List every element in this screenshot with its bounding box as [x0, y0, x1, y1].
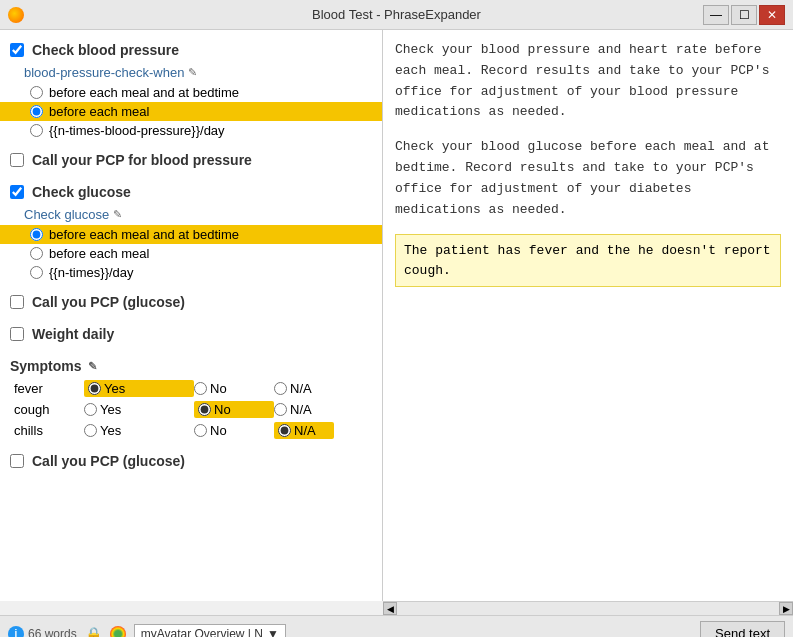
- call-pcp-bp-item[interactable]: Call your PCP for blood pressure: [0, 148, 382, 172]
- cough-na-option[interactable]: N/A: [274, 402, 334, 417]
- minimize-button[interactable]: —: [703, 5, 729, 25]
- glucose-edit-icon[interactable]: ✎: [113, 208, 122, 221]
- bp-sublabel: blood-pressure-check-when ✎: [0, 62, 382, 83]
- call-pcp-glucose2-label: Call you PCP (glucose): [32, 453, 185, 469]
- fever-no-option[interactable]: No: [194, 381, 274, 396]
- word-count-text: 66 words: [28, 627, 77, 638]
- glucose-radio-meal-label: before each meal: [49, 246, 149, 261]
- right-panel: Check your blood pressure and heart rate…: [383, 30, 793, 601]
- check-glucose-label: Check glucose: [32, 184, 131, 200]
- call-pcp-glucose2-item[interactable]: Call you PCP (glucose): [0, 449, 382, 473]
- horizontal-scrollbar[interactable]: ◀ ▶: [383, 601, 793, 615]
- left-panel: Check blood pressure blood-pressure-chec…: [0, 30, 383, 601]
- glucose-radio-ntimes[interactable]: {{n-times}}/day: [0, 263, 382, 282]
- right-text-paragraph2: Check your blood glucose before each mea…: [395, 137, 781, 220]
- highlight-text: The patient has fever and the he doesn't…: [404, 243, 771, 278]
- scroll-track: [397, 602, 779, 615]
- symptoms-row-cough: cough Yes No N/A: [0, 399, 382, 420]
- right-text-paragraph1: Check your blood pressure and heart rate…: [395, 40, 781, 123]
- symptoms-chills-label: chills: [14, 423, 84, 438]
- glucose-radio-bedtime-label: before each meal and at bedtime: [49, 227, 239, 242]
- context-dropdown-icon[interactable]: ▼: [267, 627, 279, 638]
- maximize-button[interactable]: ☐: [731, 5, 757, 25]
- cough-yes-option[interactable]: Yes: [84, 402, 194, 417]
- weight-daily-item[interactable]: Weight daily: [0, 322, 382, 346]
- cough-no-option[interactable]: No: [194, 401, 274, 418]
- bp-radio-bedtime-label: before each meal and at bedtime: [49, 85, 239, 100]
- chills-no-option[interactable]: No: [194, 423, 274, 438]
- symptoms-label: Symptoms: [10, 358, 82, 374]
- check-blood-pressure-label: Check blood pressure: [32, 42, 179, 58]
- glucose-radio-ntimes-label: {{n-times}}/day: [49, 265, 134, 280]
- check-glucose-item[interactable]: Check glucose: [0, 180, 382, 204]
- call-pcp-bp-checkbox[interactable]: [10, 153, 24, 167]
- glucose-radio-bedtime[interactable]: before each meal and at bedtime: [0, 225, 382, 244]
- bottom-bar: i 66 words 🔒 myAvatar Overview | N ▼ Sen…: [0, 615, 793, 637]
- call-pcp-glucose2-checkbox[interactable]: [10, 454, 24, 468]
- highlight-box: The patient has fever and the he doesn't…: [395, 234, 781, 287]
- title-bar: Blood Test - PhraseExpander — ☐ ✕: [0, 0, 793, 30]
- main-layout: Check blood pressure blood-pressure-chec…: [0, 30, 793, 601]
- fever-yes-option[interactable]: Yes: [84, 380, 194, 397]
- weight-daily-checkbox[interactable]: [10, 327, 24, 341]
- browser-icon: [110, 626, 126, 638]
- glucose-sublabel: Check glucose ✎: [0, 204, 382, 225]
- symptoms-cough-label: cough: [14, 402, 84, 417]
- app-icon: [8, 7, 24, 23]
- call-pcp-glucose-item[interactable]: Call you PCP (glucose): [0, 290, 382, 314]
- weight-daily-label: Weight daily: [32, 326, 114, 342]
- symptoms-row-fever: fever Yes No N/A: [0, 378, 382, 399]
- bp-radio-meal-label: before each meal: [49, 104, 149, 119]
- call-pcp-bp-label: Call your PCP for blood pressure: [32, 152, 252, 168]
- bp-radio-ntimes-label: {{n-times-blood-pressure}}/day: [49, 123, 225, 138]
- window-controls: — ☐ ✕: [703, 5, 785, 25]
- symptoms-edit-icon[interactable]: ✎: [88, 360, 97, 373]
- call-pcp-glucose-checkbox[interactable]: [10, 295, 24, 309]
- scroll-right-btn[interactable]: ▶: [779, 602, 793, 615]
- window-title: Blood Test - PhraseExpander: [0, 7, 793, 22]
- call-pcp-glucose-label: Call you PCP (glucose): [32, 294, 185, 310]
- scroll-left-btn[interactable]: ◀: [383, 602, 397, 615]
- close-button[interactable]: ✕: [759, 5, 785, 25]
- symptoms-section-label: Symptoms ✎: [0, 354, 382, 378]
- check-blood-pressure-checkbox[interactable]: [10, 43, 24, 57]
- glucose-sublabel-text: Check glucose: [24, 207, 109, 222]
- bp-radio-meal[interactable]: before each meal: [0, 102, 382, 121]
- symptoms-fever-label: fever: [14, 381, 84, 396]
- info-icon: i: [8, 626, 24, 638]
- check-glucose-checkbox[interactable]: [10, 185, 24, 199]
- right-text-content: Check your blood pressure and heart rate…: [395, 40, 781, 220]
- send-text-button[interactable]: Send text: [700, 621, 785, 637]
- glucose-radio-meal[interactable]: before each meal: [0, 244, 382, 263]
- check-blood-pressure-item[interactable]: Check blood pressure: [0, 38, 382, 62]
- bp-radio-bedtime[interactable]: before each meal and at bedtime: [0, 83, 382, 102]
- lock-icon: 🔒: [85, 626, 102, 638]
- fever-na-option[interactable]: N/A: [274, 381, 334, 396]
- word-count: i 66 words: [8, 626, 77, 638]
- bp-radio-ntimes[interactable]: {{n-times-blood-pressure}}/day: [0, 121, 382, 140]
- context-label[interactable]: myAvatar Overview | N ▼: [134, 624, 286, 638]
- bp-edit-icon[interactable]: ✎: [188, 66, 197, 79]
- chills-na-option[interactable]: N/A: [274, 422, 334, 439]
- context-label-text: myAvatar Overview | N: [141, 627, 263, 638]
- symptoms-row-chills: chills Yes No N/A: [0, 420, 382, 441]
- chills-yes-option[interactable]: Yes: [84, 423, 194, 438]
- bp-sublabel-text: blood-pressure-check-when: [24, 65, 184, 80]
